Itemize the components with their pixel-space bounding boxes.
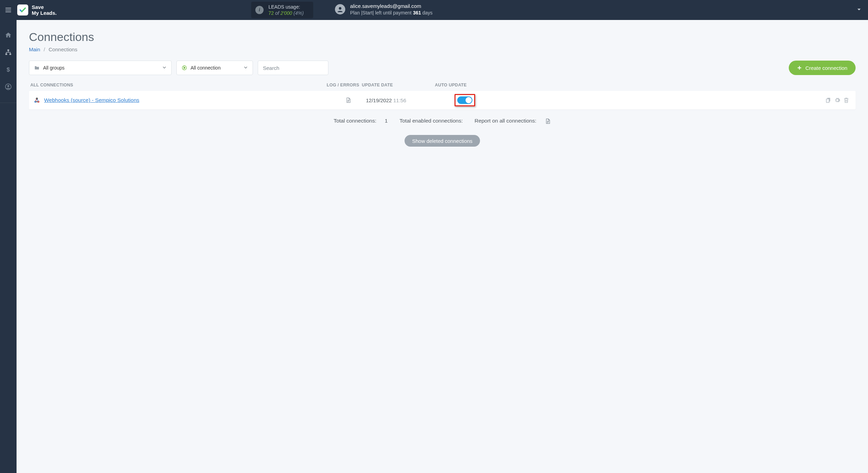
sidebar-item-billing[interactable]: $ [0,65,17,74]
logo-mark [17,4,28,15]
svg-rect-13 [798,67,801,68]
menu-toggle-button[interactable] [0,0,17,20]
connection-log-button[interactable] [331,97,366,103]
sidebar: $ [0,20,17,473]
svg-rect-18 [826,99,829,103]
dollar-icon: $ [5,66,12,73]
groups-dropdown-label: All groups [43,65,64,71]
breadcrumb: Main / Connections [29,46,856,52]
copy-icon [825,97,831,103]
connection-update-date: 12/19/2022 11:56 [366,97,439,103]
svg-text:$: $ [7,66,10,73]
search-input[interactable] [258,61,328,75]
svg-rect-0 [6,8,11,9]
connection-status-dropdown[interactable]: All connection [176,61,253,75]
svg-rect-1 [6,10,11,10]
sidebar-divider [0,103,17,103]
play-circle-icon [182,65,187,71]
check-icon [19,6,27,14]
delete-connection-button[interactable] [843,97,849,103]
logo-text: Save My Leads. [32,4,57,16]
user-account-panel[interactable]: alice.savemyleads@gmail.com Plan |Start|… [335,3,432,16]
report-download-button[interactable] [545,118,551,124]
breadcrumb-current: Connections [49,46,77,52]
plus-icon [797,65,802,70]
connection-row: Webhooks (source) - Sempico Solutions 12… [29,91,856,109]
chevron-down-icon [856,7,862,12]
sidebar-item-connections[interactable] [0,48,17,57]
leads-usage-text: LEADS usage: 72 of 2'000 (4%) [268,4,304,16]
document-icon [545,118,551,124]
logo[interactable]: Save My Leads. [17,4,57,16]
svg-rect-7 [9,53,11,55]
main-content: Connections Main / Connections All group… [17,20,868,473]
avatar-icon [335,4,345,14]
col-header-update: Update date [362,83,435,87]
svg-rect-6 [6,53,7,55]
connection-name-link[interactable]: Webhooks (source) - Sempico Solutions [44,97,331,103]
folder-icon [34,65,40,71]
svg-point-4 [339,7,341,9]
chevron-down-icon [162,65,167,71]
auto-update-toggle[interactable] [457,96,472,104]
groups-dropdown[interactable]: All groups [29,61,172,75]
highlight-annotation [455,94,475,106]
sidebar-item-account[interactable] [0,82,17,92]
user-icon [5,83,12,90]
sidebar-item-home[interactable] [0,30,17,40]
topbar: Save My Leads. i LEADS usage: 72 of 2'00… [0,0,868,20]
col-header-name: All connections [30,83,327,87]
gear-icon [834,97,840,103]
connection-dropdown-label: All connection [191,65,221,71]
webhook-icon [34,97,40,103]
sitemap-icon [5,49,12,56]
user-email: alice.savemyleads@gmail.com [350,3,432,10]
copy-connection-button[interactable] [825,97,831,103]
breadcrumb-main-link[interactable]: Main [29,46,40,52]
col-header-log: Log / Errors [327,83,362,87]
summary-row: Total connections: 1 Total enabled conne… [29,118,856,125]
user-plan-line: Plan |Start| left until payment 361 days [350,10,432,16]
header-dropdown-toggle[interactable] [856,7,862,13]
trash-icon [843,97,849,103]
svg-point-10 [7,85,9,87]
col-header-auto: Auto update [435,83,476,87]
page-title: Connections [29,30,856,44]
home-icon [5,32,12,39]
show-deleted-button[interactable]: Show deleted connections [405,135,480,147]
info-icon: i [255,6,264,14]
settings-connection-button[interactable] [834,97,840,103]
leads-usage-panel[interactable]: i LEADS usage: 72 of 2'000 (4%) [251,2,313,18]
document-icon [345,97,351,103]
svg-rect-2 [6,11,11,12]
chevron-down-icon [243,65,248,71]
table-header: All connections Log / Errors Update date… [29,83,856,91]
svg-rect-5 [8,50,9,51]
create-connection-button[interactable]: Create connection [789,61,856,75]
hamburger-icon [4,6,12,14]
